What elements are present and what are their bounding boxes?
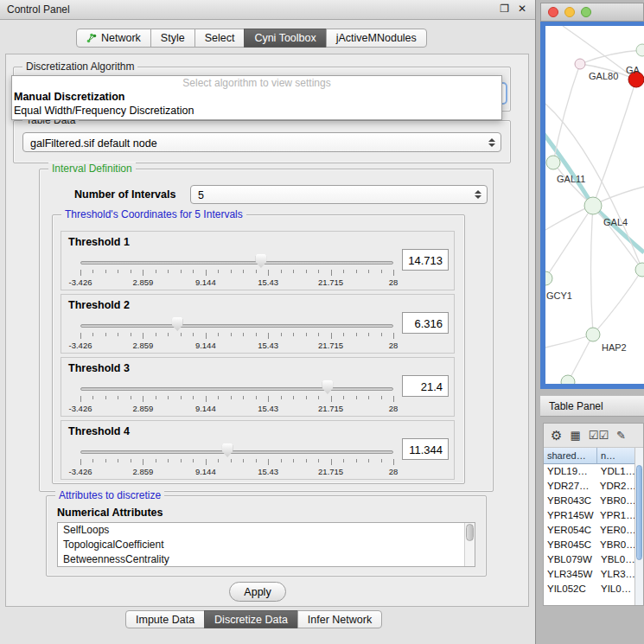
table-panel-window: ⚙▦☑☑✎ shared…n… YDL19…YDL1…YDR27…YDR2…YB…	[543, 423, 644, 606]
threshold-panel: Threshold 1-3.4262.8599.14415.4321.71528…	[61, 231, 455, 290]
table-data-combobox[interactable]: galFiltered.sif default node	[22, 132, 501, 152]
network-node[interactable]	[586, 328, 600, 341]
network-edge[interactable]	[591, 206, 594, 335]
columns-icon[interactable]: ▦	[570, 429, 580, 442]
network-view-window: GAL80GAGAL11GAL4GCY1HAP2	[540, 3, 644, 389]
table-row[interactable]: YBL079WYBL0…	[544, 552, 635, 567]
network-canvas[interactable]: GAL80GAGAL11GAL4GCY1HAP2	[545, 26, 644, 384]
slider-track[interactable]	[80, 387, 393, 391]
tab-label: Select	[205, 32, 235, 44]
network-node[interactable]	[635, 263, 644, 277]
threshold-value-field[interactable]: 11.344	[402, 438, 449, 460]
apply-button[interactable]: Apply	[229, 582, 286, 602]
edit-icon[interactable]: ✎	[616, 429, 626, 442]
slider-track[interactable]	[80, 261, 393, 265]
network-edge[interactable]	[553, 64, 580, 163]
threshold-slider[interactable]: -3.4262.8599.14415.4321.71528	[80, 252, 393, 289]
network-node[interactable]	[584, 197, 602, 214]
node-label: GCY1	[546, 290, 572, 301]
bottom-tab-bar: Impute DataDiscretize DataInfer Network	[125, 610, 382, 628]
network-node[interactable]	[546, 156, 560, 169]
slider-track[interactable]	[80, 324, 393, 328]
column-header[interactable]: n…	[597, 448, 635, 464]
thresholds-group: Threshold's Coordinates for 5 Intervals …	[52, 214, 465, 484]
network-node[interactable]	[545, 271, 552, 285]
table-scrollbar-thumb[interactable]	[636, 465, 642, 560]
network-node[interactable]	[561, 375, 575, 384]
table-row[interactable]: YLR345WYLR3…	[544, 567, 635, 582]
table-row[interactable]: YDR27…YDR2…	[544, 479, 635, 494]
threshold-panel: Threshold 3-3.4262.8599.14415.4321.71528…	[61, 357, 455, 417]
network-window-titlebar[interactable]	[540, 3, 644, 22]
tab-label: Impute Data	[136, 614, 194, 626]
table-row[interactable]: YIL052CYIL0…	[544, 582, 635, 596]
threshold-slider[interactable]: -3.4262.8599.14415.4321.71528	[80, 442, 393, 478]
threshold-slider[interactable]: -3.4262.8599.14415.4321.71528	[80, 316, 393, 352]
table-row[interactable]: YPR145WYPR1…	[544, 508, 635, 523]
tab-cyni-toolbox[interactable]: Cyni Toolbox	[244, 29, 326, 48]
number-of-intervals-combobox[interactable]: 5	[190, 185, 488, 204]
table-row[interactable]: YBR045CYBR0…	[544, 538, 635, 552]
slider-track[interactable]	[80, 450, 393, 454]
slider-thumb[interactable]	[322, 380, 333, 394]
slider-tick-marks	[80, 270, 393, 277]
table-row[interactable]: YER054CYER0…	[544, 523, 635, 538]
tab-network[interactable]: Network	[76, 29, 151, 48]
threshold-value-field[interactable]: 21.4	[402, 375, 449, 397]
tab-select[interactable]: Select	[194, 29, 245, 48]
tab-jactivemnodules[interactable]: jActiveMNodules	[326, 29, 427, 48]
network-node[interactable]	[575, 59, 585, 69]
minimize-traffic-light-icon[interactable]	[564, 7, 575, 17]
table-row[interactable]: YDL19…YDL1…	[544, 464, 635, 479]
select-all-icon[interactable]: ☑☑	[589, 429, 609, 442]
slider-thumb[interactable]	[222, 443, 233, 457]
table-cell: YBL079W	[544, 552, 597, 567]
tab-label: Infer Network	[308, 614, 372, 626]
network-edge[interactable]	[593, 80, 636, 206]
threshold-list: Threshold 1-3.4262.8599.14415.4321.71528…	[53, 231, 464, 480]
close-traffic-light-icon[interactable]	[548, 7, 558, 17]
tab-impute-data[interactable]: Impute Data	[125, 610, 205, 628]
node-label: GA	[626, 65, 641, 75]
table-scrollbar[interactable]	[634, 448, 643, 605]
table-panel-header[interactable]: Table Panel	[540, 395, 644, 417]
table-cell: YBR045C	[544, 538, 596, 552]
tab-label: Style	[161, 32, 185, 44]
close-icon[interactable]: ✕	[518, 3, 526, 15]
network-edge[interactable]	[593, 206, 642, 270]
table-cell: YIL052C	[544, 582, 597, 596]
threshold-panel: Threshold 2-3.4262.8599.14415.4321.71528…	[61, 294, 455, 354]
network-selected-frame: GAL80GAGAL11GAL4GCY1HAP2	[540, 22, 644, 389]
slider-thumb[interactable]	[172, 317, 183, 331]
tab-infer-network[interactable]: Infer Network	[297, 610, 382, 628]
popup-option-manual-discretization[interactable]: Manual Discretization	[12, 90, 501, 104]
table-cell: YPR145W	[544, 508, 596, 523]
scrollbar-thumb[interactable]	[466, 524, 474, 541]
numerical-attributes-list[interactable]: SelfLoopsTopologicalCoefficientBetweenne…	[57, 522, 475, 567]
network-edge[interactable]	[593, 206, 644, 252]
slider-thumb[interactable]	[255, 254, 266, 268]
popup-option-equal-width[interactable]: Equal Width/Frequency Discretization	[12, 104, 501, 118]
network-edge[interactable]	[545, 104, 642, 270]
tab-style[interactable]: Style	[150, 29, 195, 48]
list-item[interactable]: BetweennessCentrality	[58, 552, 475, 567]
threshold-value-field[interactable]: 14.713	[402, 249, 449, 271]
node-label: HAP2	[602, 342, 627, 353]
threshold-value-field[interactable]: 6.316	[402, 312, 449, 334]
zoom-traffic-light-icon[interactable]	[581, 7, 591, 17]
list-item[interactable]: TopologicalCoefficient	[58, 538, 475, 552]
network-node[interactable]	[636, 44, 644, 56]
tab-discretize-data[interactable]: Discretize Data	[204, 610, 298, 628]
network-edge[interactable]	[545, 335, 593, 348]
threshold-slider[interactable]: -3.4262.8599.14415.4321.71528	[80, 379, 393, 415]
network-edge[interactable]	[568, 335, 593, 382]
attributes-scrollbar[interactable]	[464, 523, 475, 566]
list-item[interactable]: SelfLoops	[58, 523, 475, 538]
network-edge[interactable]	[580, 50, 642, 64]
float-window-icon[interactable]: ❐	[500, 3, 509, 15]
column-header[interactable]: shared…	[544, 448, 597, 464]
gear-icon[interactable]: ⚙	[551, 428, 562, 443]
table-row[interactable]: YBR043CYBR0…	[544, 494, 635, 508]
network-edge[interactable]	[593, 270, 642, 335]
network-graph[interactable]: GAL80GAGAL11GAL4GCY1HAP2	[545, 26, 644, 384]
